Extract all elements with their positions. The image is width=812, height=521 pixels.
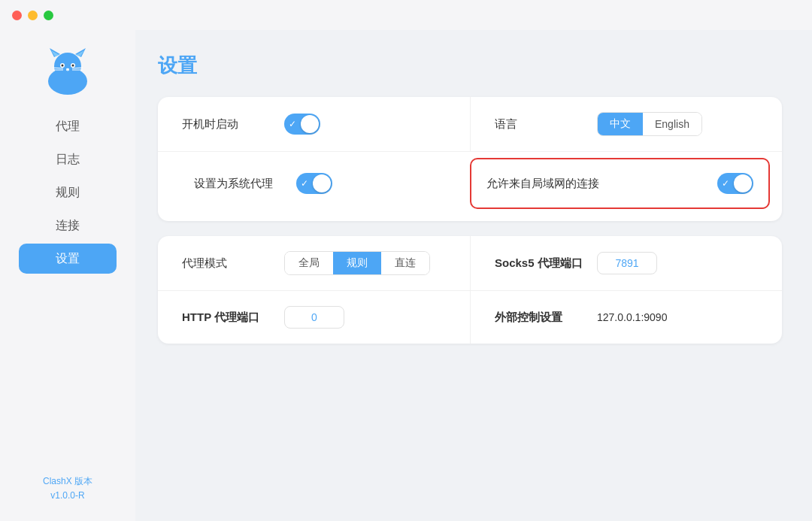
lang-english-button[interactable]: English — [643, 113, 701, 135]
sidebar-item-proxy[interactable]: 代理 — [19, 111, 117, 141]
socks5-port-value-container — [597, 252, 758, 274]
svg-point-8 — [62, 65, 64, 67]
sidebar-item-rules[interactable]: 规则 — [19, 177, 117, 207]
lan-label: 允许来自局域网的连接 — [486, 177, 705, 191]
main-content: 设置 开机时启动 语言 中文 — [135, 30, 812, 521]
toggle-knob-3 — [734, 174, 752, 192]
mode-direct-button[interactable]: 直连 — [381, 252, 429, 274]
system-proxy-row: 设置为系统代理 — [170, 158, 470, 209]
language-row: 语言 中文 English — [470, 97, 782, 151]
http-port-row: HTTP 代理端口 — [158, 291, 470, 344]
external-control-label: 外部控制设置 — [495, 310, 585, 325]
language-options: 中文 English — [597, 112, 758, 136]
mode-rules-button[interactable]: 规则 — [333, 252, 381, 274]
system-proxy-toggle[interactable] — [296, 173, 332, 194]
mode-group: 全局 规则 直连 — [284, 251, 430, 275]
settings-card-1: 开机时启动 语言 中文 English — [158, 97, 782, 221]
minimize-button[interactable] — [28, 11, 38, 20]
http-port-label: HTTP 代理端口 — [182, 310, 272, 325]
lan-toggle[interactable] — [717, 173, 753, 194]
system-proxy-toggle-container — [296, 173, 446, 194]
lang-group: 中文 English — [597, 112, 702, 136]
titlebar — [0, 0, 812, 30]
proxy-mode-label: 代理模式 — [182, 256, 272, 271]
socks5-port-input[interactable] — [597, 252, 657, 274]
app-body: 代理 日志 规则 连接 设置 ClashX 版本 v1.0.0-R 设置 开机时… — [0, 30, 812, 521]
http-port-input[interactable] — [284, 306, 344, 329]
toggle-knob — [301, 115, 319, 133]
startup-label: 开机时启动 — [182, 117, 272, 132]
sidebar-item-settings[interactable]: 设置 — [19, 244, 117, 274]
startup-toggle-container — [284, 114, 446, 135]
lang-chinese-button[interactable]: 中文 — [598, 113, 643, 135]
external-control-value: 127.0.0.1:9090 — [597, 311, 667, 323]
startup-row: 开机时启动 — [158, 97, 470, 151]
external-control-value-container: 127.0.0.1:9090 — [597, 311, 758, 323]
system-proxy-label: 设置为系统代理 — [194, 177, 284, 191]
sidebar-footer: ClashX 版本 v1.0.0-R — [43, 474, 92, 521]
settings-card-2: 代理模式 全局 规则 直连 Socks5 代理端口 — [158, 236, 782, 344]
sidebar-item-log[interactable]: 日志 — [19, 144, 117, 174]
socks5-port-row: Socks5 代理端口 — [470, 236, 782, 290]
proxy-mode-row: 代理模式 全局 规则 直连 — [158, 236, 470, 290]
svg-point-1 — [54, 53, 81, 80]
version-line1: ClashX 版本 — [43, 474, 92, 489]
lan-connection-row: 允许来自局域网的连接 — [470, 158, 770, 209]
svg-point-9 — [72, 65, 74, 67]
svg-point-10 — [66, 68, 69, 70]
sidebar-item-connections[interactable]: 连接 — [19, 211, 117, 241]
toggle-knob-2 — [313, 174, 331, 192]
proxy-mode-options: 全局 规则 直连 — [284, 251, 446, 275]
app-logo — [38, 45, 98, 98]
sidebar: 代理 日志 规则 连接 设置 ClashX 版本 v1.0.0-R — [0, 30, 135, 521]
http-port-value-container — [284, 306, 446, 329]
close-button[interactable] — [12, 11, 22, 20]
version-line2: v1.0.0-R — [43, 489, 92, 503]
socks5-port-label: Socks5 代理端口 — [495, 256, 585, 271]
maximize-button[interactable] — [44, 11, 53, 20]
mode-global-button[interactable]: 全局 — [285, 252, 333, 274]
page-title: 设置 — [158, 53, 782, 79]
nav-items: 代理 日志 规则 连接 设置 — [0, 111, 135, 474]
language-label: 语言 — [495, 117, 585, 132]
startup-toggle[interactable] — [284, 114, 320, 135]
external-control-row: 外部控制设置 127.0.0.1:9090 — [470, 291, 782, 344]
